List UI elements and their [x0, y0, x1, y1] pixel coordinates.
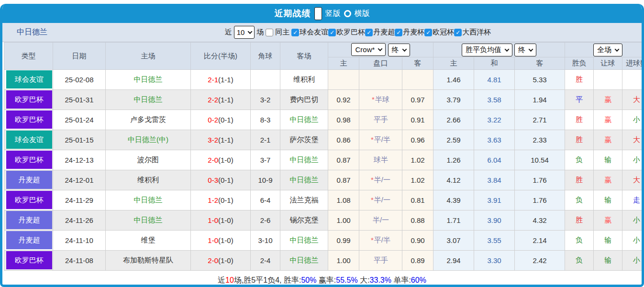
away-win-odds: 2.71	[515, 110, 565, 130]
col-ah-line: 盘口	[359, 57, 402, 70]
home-team: 中日德兰	[106, 190, 191, 210]
away-team: 中日德兰	[280, 150, 328, 170]
ah-home-odds: 0.87	[328, 170, 359, 190]
chevron-down-icon	[378, 46, 383, 51]
away-team: 法兰克福	[280, 190, 328, 210]
table-row: 欧罗巴杯 24-12-13 波尔图 2-0(1-0) 3-7 中日德兰 0.87…	[4, 150, 644, 170]
full-time-score: 0-2	[208, 116, 218, 124]
league-checkbox[interactable]: ✓	[365, 29, 373, 36]
away-win-odds: 10.54	[515, 150, 565, 170]
ah-home-odds	[328, 70, 359, 90]
result-cell: 负	[565, 231, 594, 251]
handicap-line: 平手	[374, 256, 388, 264]
match-date: 25-01-15	[53, 130, 106, 150]
matches-label: 场	[256, 28, 264, 37]
away-team: 中日德兰	[280, 231, 328, 251]
table-row: 球会友谊 25-02-08 中日德兰 2-1(1-1) 维积利 1.46 4.8…	[4, 70, 644, 90]
full-time-score: 0-3	[208, 176, 218, 184]
away-win-odds: 1.76	[515, 190, 565, 210]
ah-away-odds: 0.88	[402, 210, 433, 231]
col-odds-home: 主	[433, 57, 474, 70]
goals-result-cell: 小	[622, 251, 644, 271]
league-badge: 欧罗巴杯	[6, 151, 52, 169]
home-team: 维堡	[106, 231, 191, 251]
vertical-layout-radio[interactable]	[314, 7, 322, 20]
draw-odds: 3.22	[474, 110, 515, 130]
table-row: 丹麦超 24-11-26 中日德兰 1-0(1-0) 2-6 锡尔克堡 1.00…	[4, 210, 644, 231]
league-filter[interactable]: ✓欧冠杯	[424, 28, 454, 37]
match-score-cell: 0-2(0-1)	[191, 110, 251, 130]
home-win-odds: 1.71	[433, 210, 474, 231]
same-venue-checkbox[interactable]	[266, 29, 273, 36]
match-date: 24-12-01	[53, 170, 106, 190]
handicap-line-cell: *半球	[359, 90, 402, 110]
odds-group-header: 胜平负均值 终	[433, 43, 565, 57]
match-score-cell: 1-2(0-1)	[191, 190, 251, 210]
goals-result-cell: 大	[622, 90, 644, 110]
ah-away-odds: 0.97	[402, 90, 433, 110]
corner-score: 10-9	[251, 170, 280, 190]
odds-time-select[interactable]: 终	[514, 44, 536, 56]
full-time-score: 2-0	[208, 156, 218, 164]
league-checkbox[interactable]: ✓	[291, 29, 299, 36]
match-score-cell: 2-0(1-0)	[191, 150, 251, 170]
table-row: 欧罗巴杯 24-11-29 中日德兰 1-2(0-1) 6-4 法兰克福 1.0…	[4, 190, 644, 210]
away-win-odds: 2.33	[515, 130, 565, 150]
ah-away-odds: 0.96	[402, 130, 433, 150]
home-win-odds: 4.39	[433, 190, 474, 210]
league-checkbox[interactable]: ✓	[424, 29, 432, 36]
league-type-cell: 欧罗巴杯	[4, 251, 53, 271]
handicap-line-cell: 球半	[359, 150, 402, 170]
corner-score: 2-1	[251, 130, 280, 150]
league-filter[interactable]: ✓欧罗巴杯	[328, 28, 365, 37]
league-filter[interactable]: ✓丹麦杯	[395, 28, 424, 37]
league-type-cell: 欧罗巴杯	[4, 150, 53, 170]
summary-segment: 50%	[301, 276, 316, 285]
asian-handicap-group-header: Crow* 终	[328, 43, 433, 57]
away-team: 费内巴切	[280, 90, 328, 110]
title-bar: 近期战绩 竖版 横版	[2, 4, 642, 23]
scope-select[interactable]: 全场	[593, 44, 622, 56]
half-time-score: (1-0)	[218, 216, 233, 224]
corner-score: 2-6	[251, 210, 280, 231]
handicap-star: *	[371, 196, 374, 204]
horizontal-layout-label[interactable]: 横版	[355, 9, 370, 19]
result-cell: 胜	[565, 130, 594, 150]
odds-type-select[interactable]: 胜平负均值	[462, 44, 512, 56]
horizontal-layout-radio[interactable]	[344, 10, 351, 17]
handicap-result-cell	[594, 70, 622, 90]
table-row: 欧罗巴杯 24-11-08 布加勒斯特星队 2-0(1-0) 2-4 中日德兰 …	[4, 251, 644, 271]
handicap-result-cell: 赢	[594, 210, 622, 231]
handicap-result-cell: 输	[594, 251, 622, 271]
odds-type-value: 胜平负均值	[466, 45, 501, 55]
league-checkbox[interactable]: ✓	[328, 29, 336, 36]
match-count-select[interactable]: 10	[234, 26, 255, 39]
home-win-odds: 1.26	[433, 150, 474, 170]
handicap-line-cell: 半/一	[359, 210, 402, 231]
ah-away-odds: 0.90	[402, 231, 433, 251]
col-home: 主场	[106, 43, 191, 70]
full-time-score: 2-2	[208, 96, 218, 104]
recent-results-panel: 近期战绩 竖版 横版 中日德兰 近 10 场 同主 ✓球会友谊✓欧罗巴杯✓丹麦超…	[0, 4, 644, 287]
handicap-line: 半球	[375, 95, 389, 103]
away-win-odds: 1.76	[515, 170, 565, 190]
match-date: 24-11-29	[53, 190, 106, 210]
league-checkbox[interactable]: ✓	[395, 29, 402, 36]
handicap-star: *	[371, 135, 374, 144]
scope-group-header: 全场	[565, 43, 644, 57]
league-checkbox[interactable]: ✓	[454, 29, 462, 36]
handicap-line: 半/一	[373, 216, 389, 224]
away-win-odds: 5.33	[515, 70, 565, 90]
league-filter[interactable]: ✓丹麦超	[365, 28, 395, 37]
handicap-result-cell: 输	[594, 231, 622, 251]
home-team: 中日德兰	[106, 210, 191, 231]
full-time-score: 1-0	[208, 236, 218, 244]
league-filter[interactable]: ✓大西洋杯	[454, 28, 491, 37]
league-filter[interactable]: ✓球会友谊	[291, 28, 328, 37]
ah-away-odds: 0.81	[402, 190, 433, 210]
corner-score: 2-4	[251, 251, 280, 271]
ah-time-select[interactable]: 终	[388, 44, 410, 56]
result-cell: 胜	[565, 110, 594, 130]
bookmaker-select[interactable]: Crow*	[351, 43, 386, 56]
vertical-layout-label[interactable]: 竖版	[325, 9, 341, 19]
